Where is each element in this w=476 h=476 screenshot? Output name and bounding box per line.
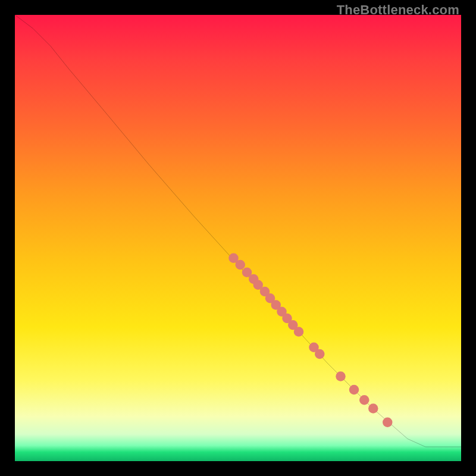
data-marker [368,403,378,413]
markers-group [228,253,392,428]
data-marker [294,327,303,337]
data-marker [359,395,369,405]
data-marker [315,349,325,359]
plot-area [15,15,461,461]
data-marker [336,371,346,381]
data-marker [349,385,359,395]
chart-overlay [15,15,461,461]
data-marker [383,418,393,427]
chart-frame: TheBottleneck.com [0,0,476,476]
data-marker [236,260,246,270]
curve-line [15,15,461,447]
